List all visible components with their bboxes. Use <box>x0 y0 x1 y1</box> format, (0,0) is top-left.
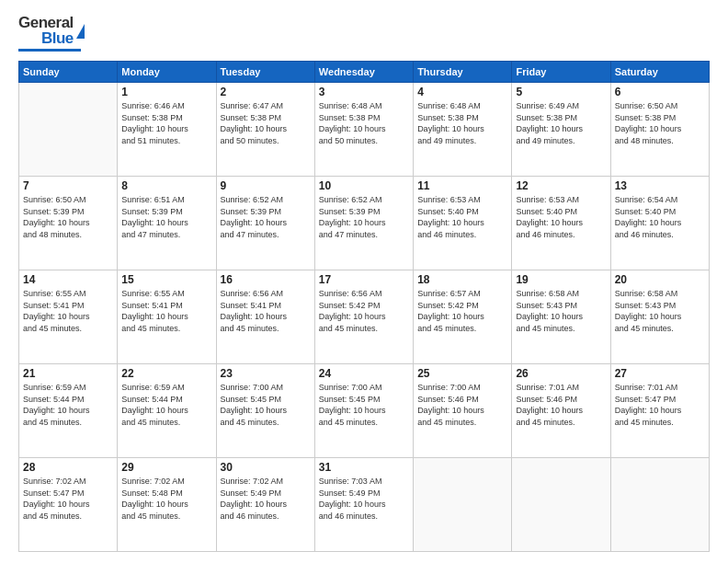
day-number: 14 <box>23 273 113 286</box>
page: General Blue SundayMondayTuesdayWednesda… <box>0 0 728 563</box>
day-cell: 13Sunrise: 6:54 AMSunset: 5:40 PMDayligh… <box>610 177 709 270</box>
day-number: 19 <box>516 273 606 286</box>
day-info: Sunrise: 7:02 AMSunset: 5:48 PMDaylight:… <box>121 476 211 522</box>
day-number: 30 <box>221 461 311 474</box>
day-info: Sunrise: 7:00 AMSunset: 5:45 PMDaylight:… <box>319 382 409 428</box>
weekday-tuesday: Tuesday <box>216 62 314 83</box>
day-number: 10 <box>319 179 409 192</box>
weekday-header-row: SundayMondayTuesdayWednesdayThursdayFrid… <box>19 62 710 83</box>
day-info: Sunrise: 6:55 AMSunset: 5:41 PMDaylight:… <box>23 288 113 334</box>
day-info: Sunrise: 7:02 AMSunset: 5:47 PMDaylight:… <box>23 476 113 522</box>
day-number: 24 <box>319 367 409 380</box>
weekday-wednesday: Wednesday <box>314 62 413 83</box>
day-number: 17 <box>319 273 409 286</box>
day-info: Sunrise: 6:50 AMSunset: 5:39 PMDaylight:… <box>23 194 113 240</box>
day-info: Sunrise: 7:02 AMSunset: 5:49 PMDaylight:… <box>221 476 311 522</box>
day-cell: 23Sunrise: 7:00 AMSunset: 5:45 PMDayligh… <box>216 364 314 458</box>
day-number: 6 <box>615 86 705 98</box>
day-cell: 8Sunrise: 6:51 AMSunset: 5:39 PMDaylight… <box>118 177 216 270</box>
weekday-saturday: Saturday <box>610 62 709 83</box>
day-cell: 3Sunrise: 6:48 AMSunset: 5:38 PMDaylight… <box>314 83 413 177</box>
day-info: Sunrise: 7:03 AMSunset: 5:49 PMDaylight:… <box>319 476 409 522</box>
day-cell: 20Sunrise: 6:58 AMSunset: 5:43 PMDayligh… <box>610 270 709 364</box>
day-cell: 7Sunrise: 6:50 AMSunset: 5:39 PMDaylight… <box>19 177 118 270</box>
week-row-4: 21Sunrise: 6:59 AMSunset: 5:44 PMDayligh… <box>19 364 710 458</box>
day-number: 23 <box>221 367 311 380</box>
day-cell: 21Sunrise: 6:59 AMSunset: 5:44 PMDayligh… <box>19 364 118 458</box>
day-cell: 18Sunrise: 6:57 AMSunset: 5:42 PMDayligh… <box>414 270 512 364</box>
day-number: 16 <box>221 273 311 286</box>
day-info: Sunrise: 6:46 AMSunset: 5:38 PMDaylight:… <box>121 100 211 146</box>
week-row-1: 1Sunrise: 6:46 AMSunset: 5:38 PMDaylight… <box>19 83 710 177</box>
day-info: Sunrise: 6:59 AMSunset: 5:44 PMDaylight:… <box>23 382 113 428</box>
day-number: 31 <box>319 461 409 474</box>
weekday-friday: Friday <box>512 62 610 83</box>
day-number: 3 <box>319 86 409 98</box>
day-cell: 2Sunrise: 6:47 AMSunset: 5:38 PMDaylight… <box>216 83 314 177</box>
day-cell: 19Sunrise: 6:58 AMSunset: 5:43 PMDayligh… <box>512 270 610 364</box>
day-number: 28 <box>23 461 113 474</box>
day-cell: 24Sunrise: 7:00 AMSunset: 5:45 PMDayligh… <box>314 364 413 458</box>
day-cell: 11Sunrise: 6:53 AMSunset: 5:40 PMDayligh… <box>414 177 512 270</box>
day-info: Sunrise: 7:00 AMSunset: 5:46 PMDaylight:… <box>417 382 507 428</box>
day-cell: 4Sunrise: 6:48 AMSunset: 5:38 PMDaylight… <box>414 83 512 177</box>
day-info: Sunrise: 6:58 AMSunset: 5:43 PMDaylight:… <box>516 288 606 334</box>
week-row-2: 7Sunrise: 6:50 AMSunset: 5:39 PMDaylight… <box>19 177 710 270</box>
day-cell: 9Sunrise: 6:52 AMSunset: 5:39 PMDaylight… <box>216 177 314 270</box>
weekday-sunday: Sunday <box>19 62 118 83</box>
day-info: Sunrise: 6:55 AMSunset: 5:41 PMDaylight:… <box>121 288 211 334</box>
day-info: Sunrise: 6:53 AMSunset: 5:40 PMDaylight:… <box>417 194 507 240</box>
day-cell: 16Sunrise: 6:56 AMSunset: 5:41 PMDayligh… <box>216 270 314 364</box>
day-cell: 17Sunrise: 6:56 AMSunset: 5:42 PMDayligh… <box>314 270 413 364</box>
day-cell: 5Sunrise: 6:49 AMSunset: 5:38 PMDaylight… <box>512 83 610 177</box>
day-cell: 12Sunrise: 6:53 AMSunset: 5:40 PMDayligh… <box>512 177 610 270</box>
day-number: 18 <box>417 273 507 286</box>
day-number: 27 <box>615 367 705 380</box>
day-cell: 26Sunrise: 7:01 AMSunset: 5:46 PMDayligh… <box>512 364 610 458</box>
day-info: Sunrise: 6:51 AMSunset: 5:39 PMDaylight:… <box>121 194 211 240</box>
day-number: 5 <box>516 86 606 98</box>
day-number: 26 <box>516 367 606 380</box>
day-cell: 29Sunrise: 7:02 AMSunset: 5:48 PMDayligh… <box>118 458 216 552</box>
day-number: 29 <box>121 461 211 474</box>
header: General Blue <box>18 15 710 52</box>
day-info: Sunrise: 6:53 AMSunset: 5:40 PMDaylight:… <box>516 194 606 240</box>
day-number: 22 <box>121 367 211 380</box>
day-cell: 22Sunrise: 6:59 AMSunset: 5:44 PMDayligh… <box>118 364 216 458</box>
day-info: Sunrise: 6:48 AMSunset: 5:38 PMDaylight:… <box>417 100 507 146</box>
week-row-5: 28Sunrise: 7:02 AMSunset: 5:47 PMDayligh… <box>19 458 710 552</box>
day-number: 15 <box>121 273 211 286</box>
day-cell: 6Sunrise: 6:50 AMSunset: 5:38 PMDaylight… <box>610 83 709 177</box>
day-cell: 31Sunrise: 7:03 AMSunset: 5:49 PMDayligh… <box>314 458 413 552</box>
day-number: 21 <box>23 367 113 380</box>
logo-general: General <box>18 15 74 30</box>
day-info: Sunrise: 6:54 AMSunset: 5:40 PMDaylight:… <box>615 194 705 240</box>
day-cell: 14Sunrise: 6:55 AMSunset: 5:41 PMDayligh… <box>19 270 118 364</box>
day-info: Sunrise: 6:56 AMSunset: 5:41 PMDaylight:… <box>221 288 311 334</box>
logo-blue: Blue <box>41 30 74 46</box>
day-cell <box>610 458 709 552</box>
day-info: Sunrise: 7:00 AMSunset: 5:45 PMDaylight:… <box>221 382 311 428</box>
day-number: 7 <box>23 179 113 192</box>
day-number: 1 <box>121 86 211 98</box>
day-info: Sunrise: 7:01 AMSunset: 5:47 PMDaylight:… <box>615 382 705 428</box>
day-number: 12 <box>516 179 606 192</box>
day-number: 25 <box>417 367 507 380</box>
day-cell: 15Sunrise: 6:55 AMSunset: 5:41 PMDayligh… <box>118 270 216 364</box>
day-info: Sunrise: 7:01 AMSunset: 5:46 PMDaylight:… <box>516 382 606 428</box>
day-cell: 1Sunrise: 6:46 AMSunset: 5:38 PMDaylight… <box>118 83 216 177</box>
day-cell: 25Sunrise: 7:00 AMSunset: 5:46 PMDayligh… <box>414 364 512 458</box>
day-info: Sunrise: 6:52 AMSunset: 5:39 PMDaylight:… <box>319 194 409 240</box>
day-info: Sunrise: 6:56 AMSunset: 5:42 PMDaylight:… <box>319 288 409 334</box>
day-number: 2 <box>221 86 311 98</box>
day-cell: 30Sunrise: 7:02 AMSunset: 5:49 PMDayligh… <box>216 458 314 552</box>
day-number: 13 <box>615 179 705 192</box>
day-info: Sunrise: 6:52 AMSunset: 5:39 PMDaylight:… <box>221 194 311 240</box>
day-cell <box>512 458 610 552</box>
logo: General Blue <box>18 15 85 52</box>
day-number: 20 <box>615 273 705 286</box>
day-number: 11 <box>417 179 507 192</box>
day-number: 4 <box>417 86 507 98</box>
day-cell: 10Sunrise: 6:52 AMSunset: 5:39 PMDayligh… <box>314 177 413 270</box>
day-info: Sunrise: 6:57 AMSunset: 5:42 PMDaylight:… <box>417 288 507 334</box>
